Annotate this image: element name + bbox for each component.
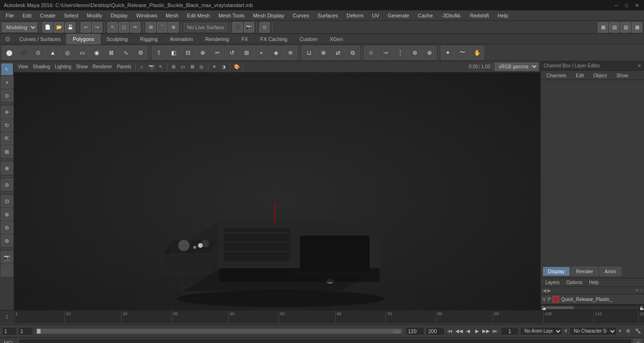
tab-fx[interactable]: FX — [235, 34, 254, 44]
layer-visibility-toggle[interactable]: V — [543, 297, 546, 302]
undo-button[interactable]: ↩ — [81, 22, 91, 33]
viewport[interactable]: View Shading Lighting Show Renderer Pane… — [14, 61, 540, 310]
shelf-merge[interactable]: ⊕ — [196, 46, 210, 60]
select-button[interactable]: ↖ — [107, 22, 118, 33]
snap-curve-lt-button[interactable]: ⊚ — [1, 208, 13, 220]
end-frame-field[interactable] — [405, 327, 424, 335]
menu-select[interactable]: Select — [60, 12, 83, 19]
minimize-button[interactable]: ─ — [613, 2, 619, 8]
mel-input[interactable] — [18, 339, 632, 343]
shelf-smooth[interactable]: ≋ — [283, 46, 297, 60]
pb-next-frame[interactable]: ▶▶ — [482, 327, 490, 335]
menu-file[interactable]: File — [2, 12, 18, 19]
shelf-weld[interactable]: ⊕ — [422, 46, 437, 60]
vp-sel-btn[interactable]: ↖ — [157, 63, 165, 71]
lasso-button[interactable]: ◻ — [119, 22, 129, 33]
layout-btn1[interactable]: ▦ — [598, 22, 608, 33]
shelf-disc[interactable]: ◉ — [90, 46, 104, 60]
shelf-connect[interactable]: ⊸ — [379, 46, 393, 60]
gamma-selector[interactable]: sRGB gamma — [495, 63, 538, 71]
tab-polygons[interactable]: Polygons — [66, 34, 100, 44]
layer-prev-btn[interactable]: ◀ — [543, 288, 546, 293]
menu-mesh[interactable]: Mesh — [162, 12, 182, 19]
snap-curve-button[interactable]: ⌒ — [157, 22, 167, 33]
time-slider[interactable]: 120 — [36, 328, 402, 334]
tab-fx-caching[interactable]: FX Caching — [254, 34, 293, 44]
close-button[interactable]: ✕ — [634, 2, 640, 8]
shelf-extrude[interactable]: ⇧ — [152, 46, 166, 60]
pb-step-back[interactable]: ◀◀ — [455, 327, 463, 335]
scale-tool-button[interactable]: ⇱ — [1, 132, 13, 145]
layer-playback-toggle[interactable]: P — [548, 297, 551, 302]
paint-select-button[interactable]: ⊙ — [1, 90, 13, 102]
shelf-offset[interactable]: ⊛ — [408, 46, 422, 60]
pb-goto-start[interactable]: ⏮ — [446, 327, 454, 335]
menu-3dtall[interactable]: -3DtoAll- — [438, 12, 465, 19]
snap-point-button[interactable]: ⊕ — [168, 22, 179, 33]
anim-layer-arrow[interactable]: ▼ — [563, 328, 568, 334]
menu-uv[interactable]: UV — [368, 12, 383, 19]
vp-wire-btn[interactable]: ⊠ — [188, 63, 197, 71]
shelf-plane[interactable]: ▭ — [75, 46, 89, 60]
menu-mesh-tools[interactable]: Mesh Tools — [215, 12, 248, 19]
rotate-tool-button[interactable]: ↻ — [1, 119, 13, 131]
layer-del-btn[interactable]: − — [639, 288, 642, 293]
vp-view-menu[interactable]: View — [16, 64, 30, 70]
shelf-mirror[interactable]: ⇄ — [331, 46, 345, 60]
channel-box-close-icon[interactable]: ✕ — [637, 63, 641, 68]
menu-display[interactable]: Display — [107, 12, 132, 19]
shelf-append[interactable]: ⊞ — [239, 46, 254, 60]
shelf-cone[interactable]: ▲ — [46, 46, 60, 60]
save-file-button[interactable]: 💾 — [65, 22, 75, 33]
layer-color-swatch[interactable] — [553, 296, 559, 302]
menu-create[interactable]: Create — [36, 12, 59, 19]
layer-scroll-right[interactable]: ▶ — [640, 306, 643, 310]
shelf-duplicate[interactable]: ⧉ — [346, 46, 360, 60]
paint-button[interactable]: ✏ — [130, 22, 140, 33]
shelf-relax[interactable]: 〜 — [455, 46, 470, 60]
viewport-canvas[interactable]: X Y Z persp — [14, 73, 540, 310]
vp-light-btn[interactable]: ☀ — [210, 63, 219, 71]
pb-prev-frame[interactable]: ◀ — [464, 327, 472, 335]
layout-btn4[interactable]: ▩ — [632, 22, 642, 33]
menu-mesh-display[interactable]: Mesh Display — [249, 12, 288, 19]
shelf-cylinder[interactable]: ⊙ — [31, 46, 45, 60]
shelf-bridge[interactable]: ⊟ — [181, 46, 195, 60]
render-region-button[interactable]: 📷 — [1, 251, 13, 263]
help-menu[interactable]: Help — [586, 279, 602, 286]
tab-sculpting[interactable]: Sculpting — [100, 34, 134, 44]
shelf-reduce[interactable]: ◈ — [269, 46, 283, 60]
timeline[interactable]: 1 1 10 20 30 40 50 60 70 80 90 100 110 1… — [0, 310, 644, 324]
layout-btn3[interactable]: ▨ — [620, 22, 631, 33]
layer-add-btn[interactable]: + — [636, 288, 638, 293]
ipr-button[interactable]: 🎥 — [1, 264, 13, 277]
menu-edit[interactable]: Edit — [19, 12, 35, 19]
shelf-torus[interactable]: ◎ — [60, 46, 74, 60]
vp-shadow-btn[interactable]: ◑ — [220, 63, 228, 71]
snap-grid-button[interactable]: ⊞ — [146, 22, 156, 33]
shelf-insert-edge[interactable]: ⋮ — [393, 46, 407, 60]
move-tool-button[interactable]: ✛ — [1, 106, 13, 118]
char-set-arrow[interactable]: ▼ — [618, 328, 622, 334]
tab-rendering[interactable]: Rendering — [199, 34, 235, 44]
show-manip-button[interactable]: ⊕ — [1, 162, 13, 174]
shelf-split[interactable]: ✂ — [210, 46, 224, 60]
vp-smooth-btn[interactable]: ◎ — [198, 63, 206, 71]
tab-rigging[interactable]: Rigging — [134, 34, 164, 44]
menu-windows[interactable]: Windows — [132, 12, 161, 19]
layer-scroll-left[interactable]: ◀ — [542, 306, 545, 310]
vp-home-btn[interactable]: ⌂ — [138, 63, 146, 71]
show-menu[interactable]: Show — [612, 73, 632, 79]
menu-redshift[interactable]: Redshift — [466, 12, 493, 19]
current-frame-field[interactable] — [18, 327, 33, 335]
render-button[interactable]: 🎥 — [232, 22, 243, 33]
vp-show-menu[interactable]: Show — [74, 64, 90, 70]
vp-cam-btn[interactable]: 📷 — [147, 63, 156, 71]
object-menu[interactable]: Object — [590, 73, 611, 79]
shelf-cube[interactable]: ⬛ — [17, 46, 31, 60]
menu-deform[interactable]: Deform — [343, 12, 367, 19]
shelf-multi-cut[interactable]: ⊹ — [364, 46, 378, 60]
no-live-surface-button[interactable]: No Live Surface — [184, 23, 227, 32]
shelf-helix[interactable]: ∿ — [119, 46, 133, 60]
vp-shading-menu[interactable]: Shading — [31, 64, 52, 70]
